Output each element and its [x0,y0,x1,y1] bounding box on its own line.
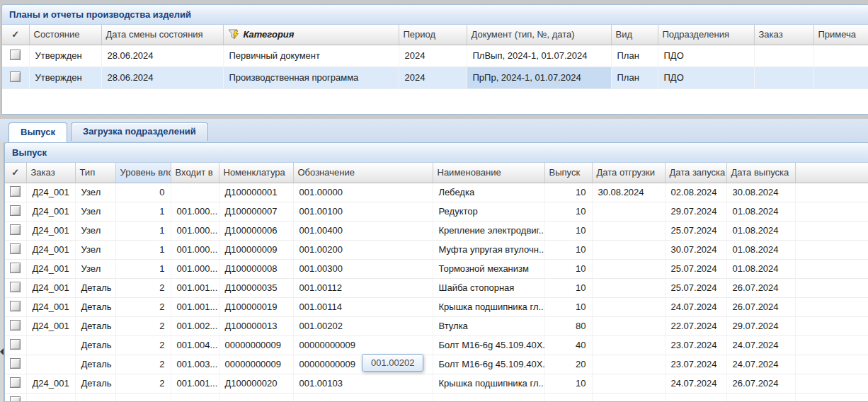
cell-period[interactable]: 2024 [399,45,467,67]
cell-ship-date[interactable] [592,259,665,278]
cell-type[interactable]: Деталь [75,278,115,297]
checkbox[interactable] [10,320,21,331]
cell-finish-date[interactable]: 24.07.2024 [726,335,795,355]
cell-document[interactable]: ПлВып, 2024-1, 01.07.2024 [467,45,611,67]
row-checkbox-cell[interactable] [2,45,29,67]
cell-ship-date[interactable] [592,221,665,240]
cell-order[interactable] [26,355,75,374]
cell-level[interactable]: 2 [115,278,171,297]
cell-nomenclature[interactable]: Д100000007 [219,202,293,221]
cell-nomenclature[interactable]: 00000000009 [219,335,293,355]
cell-qty[interactable] [544,393,592,402]
cell-level[interactable]: 1 [115,259,171,278]
cell-order[interactable] [754,45,813,67]
plans-col-period[interactable]: Период [399,25,467,45]
cell-state[interactable]: Утвержден [29,67,101,88]
cell-level[interactable]: 2 [115,297,171,316]
checkbox[interactable] [10,224,21,235]
cell-ship-date[interactable] [592,355,665,374]
cell-qty[interactable]: 40 [544,335,592,355]
cell-order[interactable]: Д24_001 [26,183,75,202]
output-row[interactable]: Д24_001 Узел 1 001.000... Д100000009 001… [5,240,868,259]
row-checkbox-cell[interactable] [5,221,26,240]
cell-name[interactable]: Редуктор [433,202,544,221]
output-col-parent[interactable]: Входит в [171,163,219,183]
cell-kind[interactable]: План [611,67,658,88]
output-col-finish-date[interactable]: Дата выпуска [726,163,795,183]
cell-order[interactable] [26,335,75,355]
checkbox[interactable] [10,205,21,216]
cell-parent[interactable]: 001.000... [171,202,219,221]
output-row[interactable]: Деталь 2 001.003... 00000000009 00000000… [5,355,868,374]
cell-name[interactable] [433,393,544,402]
cell-finish-date[interactable]: 01.08.2024 [726,202,795,221]
cell-type[interactable]: Деталь [75,335,115,355]
cell-designation[interactable]: 001.00103 [293,374,433,393]
cell-nomenclature[interactable]: Д100000035 [219,278,293,297]
cell-qty[interactable]: 10 [544,183,592,202]
row-checkbox-cell[interactable] [5,335,26,355]
cell-parent[interactable]: 001.003... [171,355,219,374]
cell-type[interactable]: Узел [75,202,115,221]
cell-nomenclature[interactable]: Д100000019 [219,297,293,316]
output-col-type[interactable]: Тип [75,163,115,183]
cell-name[interactable]: Крепление электродвиг... [433,221,544,240]
cell-name[interactable]: Лебедка [433,183,544,202]
cell-level[interactable]: 1 [115,202,171,221]
cell-departments[interactable]: ПДО [658,67,754,88]
plans-col-state-date[interactable]: Дата смены состояния [101,25,223,45]
cell-finish-date[interactable]: 29.07.2024 [726,316,795,335]
output-col-designation[interactable]: Обозначение [293,163,433,183]
cell-state[interactable]: Утвержден [29,45,101,67]
tab[interactable]: Загрузка подразделений [71,122,208,141]
cell-name[interactable]: Втулка [433,316,544,335]
plans-col-departments[interactable]: Подразделения [658,25,754,45]
checkbox[interactable] [10,301,21,311]
cell-nomenclature[interactable]: Д100000020 [219,374,293,393]
row-checkbox-cell[interactable] [5,393,26,402]
cell-nomenclature[interactable] [219,393,293,402]
checkbox[interactable] [10,377,21,388]
cell-parent[interactable]: 001.000... [171,221,219,240]
output-row[interactable]: Деталь 2 001.004... 00000000009 00000000… [5,335,868,355]
cell-designation[interactable]: 001.00202 [293,316,433,335]
output-check-column-header[interactable]: ✓ [5,163,26,183]
cell-order[interactable]: Д24_001 [26,316,75,335]
row-checkbox-cell[interactable] [2,67,29,88]
cell-finish-date[interactable]: 24.07.2024 [726,355,795,374]
cell-parent[interactable] [171,183,219,202]
cell-start-date[interactable]: 24.07.2024 [665,374,726,393]
cell-designation[interactable]: 00000000009 [293,335,433,355]
row-checkbox-cell[interactable] [5,259,26,278]
cell-ship-date[interactable] [592,335,665,355]
checkbox[interactable] [10,186,21,197]
checkbox[interactable] [10,358,21,369]
cell-name[interactable]: Шайба стопорная [433,278,544,297]
cell-qty[interactable]: 80 [544,316,592,335]
cell-qty[interactable]: 10 [544,240,592,259]
output-row[interactable]: Д24_001 Деталь 2 001.001... Д100000019 0… [5,297,868,316]
cell-parent[interactable]: 001.000... [171,240,219,259]
cell-ship-date[interactable]: 30.08.2024 [592,183,665,202]
cell-finish-date[interactable]: 26.07.2024 [726,374,795,393]
checkbox[interactable] [10,243,21,254]
cell-finish-date[interactable]: 26.07.2024 [726,297,795,316]
cell-nomenclature[interactable]: Д100000009 [219,240,293,259]
checkbox[interactable] [10,282,21,292]
cell-type[interactable] [75,393,115,402]
cell-type[interactable]: Деталь [75,374,115,393]
cell-level[interactable]: 2 [115,316,171,335]
output-col-ship-date[interactable]: Дата отгрузки [592,163,665,183]
cell-level[interactable] [115,393,171,402]
output-col-name[interactable]: Наименование [433,163,544,183]
cell-name[interactable]: Болт М16-6g 45.109.40Х... [433,335,544,355]
cell-state-date[interactable]: 28.06.2024 [101,45,223,67]
cell-finish-date[interactable]: 01.08.2024 [726,221,795,240]
row-checkbox-cell[interactable] [5,374,26,393]
plans-col-document[interactable]: Документ (тип, №, дата) [467,25,611,45]
output-col-qty[interactable]: Выпуск [544,163,592,183]
cell-finish-date[interactable] [726,393,795,402]
plans-row[interactable]: Утвержден 28.06.2024 Первичный документ … [2,45,868,67]
cell-designation[interactable]: 001.00300 [293,259,433,278]
cell-designation[interactable]: 001.00200 [293,240,433,259]
